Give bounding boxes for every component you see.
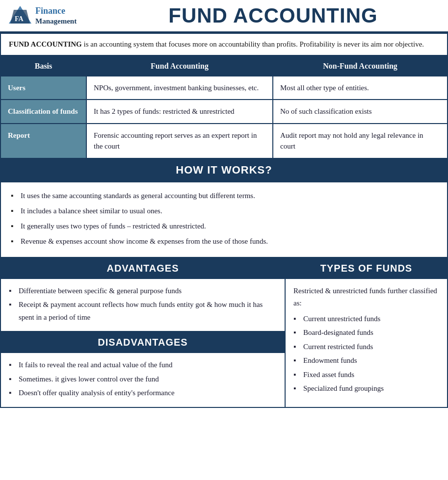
logo-icon: FA xyxy=(8,5,32,27)
types-content: Restricted & unrestricted funds further … xyxy=(286,279,447,403)
intro-box: FUND ACCOUNTING is an accounting system … xyxy=(0,33,448,56)
fund-cell-1: It has 2 types of funds: restricted & un… xyxy=(86,100,273,124)
nonfund-cell-1: No of such classification exists xyxy=(273,100,448,124)
fund-type-item: Fixed asset funds xyxy=(293,369,439,381)
intro-bold: FUND ACCOUNTING xyxy=(9,40,82,48)
page-title: FUND ACCOUNTING xyxy=(106,4,440,27)
advantages-content: Differentiate between specific & general… xyxy=(1,279,285,331)
comparison-table: Basis Fund Accounting Non-Fund Accountin… xyxy=(0,56,448,159)
logo-area: FA Finance Management xyxy=(8,5,106,27)
table-row: Users NPOs, government, investment banki… xyxy=(0,76,448,100)
disadvantage-item: Sometimes. it gives lower control over t… xyxy=(9,373,277,386)
basis-cell-1: Classification of funds xyxy=(0,100,86,124)
intro-rest: is an accounting system that focuses mor… xyxy=(82,40,424,48)
nonfund-cell-0: Most all other type of entities. xyxy=(273,76,448,100)
how-works-item: Revenue & expenses account show income &… xyxy=(11,235,437,248)
fund-cell-0: NPOs, government, investment banking bus… xyxy=(86,76,273,100)
nonfund-cell-2: Audit report may not hold any legal rele… xyxy=(273,124,448,158)
table-row: Report Forensic accounting report serves… xyxy=(0,124,448,158)
col-header-basis: Basis xyxy=(0,56,86,76)
col-header-nonfund: Non-Fund Accounting xyxy=(273,56,448,76)
fund-type-item: Specialized fund groupings xyxy=(293,382,439,395)
advantage-item: Receipt & payment account reflects how m… xyxy=(9,299,277,324)
how-it-works-box: It uses the same accounting standards as… xyxy=(0,181,448,258)
basis-cell-2: Report xyxy=(0,124,86,158)
how-works-item: It uses the same accounting standards as… xyxy=(11,189,437,202)
how-works-item: It generally uses two types of funds – r… xyxy=(11,220,437,233)
logo-text: Finance Management xyxy=(35,6,77,25)
advantage-item: Differentiate between specific & general… xyxy=(9,285,277,298)
svg-text:FA: FA xyxy=(15,15,24,23)
table-row: Classification of funds It has 2 types o… xyxy=(0,100,448,124)
disadvantages-content: It fails to reveal the real and actual v… xyxy=(1,353,285,407)
how-it-works-header: HOW IT WORKS? xyxy=(0,159,448,181)
fund-type-item: Board-designated funds xyxy=(293,327,439,339)
fund-type-item: Endowment funds xyxy=(293,354,439,367)
disadvantages-header: DISADVANTAGES xyxy=(1,332,285,353)
disadvantage-item: It fails to reveal the real and actual v… xyxy=(9,359,277,372)
disadvantages-list: It fails to reveal the real and actual v… xyxy=(9,359,277,400)
bottom-section: ADVANTAGES Differentiate between specifi… xyxy=(0,258,448,408)
left-column: ADVANTAGES Differentiate between specifi… xyxy=(1,258,286,407)
disadvantage-item: Doesn't offer quality analysis of entity… xyxy=(9,387,277,400)
how-works-list: It uses the same accounting standards as… xyxy=(11,189,437,248)
fund-cell-2: Forensic accounting report serves as an … xyxy=(86,124,273,158)
table-header-row: Basis Fund Accounting Non-Fund Accountin… xyxy=(0,56,448,76)
fund-type-item: Current restricted funds xyxy=(293,341,439,354)
advantages-header: ADVANTAGES xyxy=(1,258,285,279)
page-header: FA Finance Management FUND ACCOUNTING xyxy=(0,0,448,33)
basis-cell-0: Users xyxy=(0,76,86,100)
right-column: TYPES OF FUNDS Restricted & unrestricted… xyxy=(286,258,447,407)
advantages-list: Differentiate between specific & general… xyxy=(9,285,277,324)
fund-type-item: Current unrestricted funds xyxy=(293,313,439,326)
types-header: TYPES OF FUNDS xyxy=(286,258,447,279)
types-intro: Restricted & unrestricted funds further … xyxy=(293,285,439,310)
types-list: Current unrestricted fundsBoard-designat… xyxy=(293,313,439,395)
how-works-item: It includes a balance sheet similar to u… xyxy=(11,204,437,218)
col-header-fund: Fund Accounting xyxy=(86,56,273,76)
